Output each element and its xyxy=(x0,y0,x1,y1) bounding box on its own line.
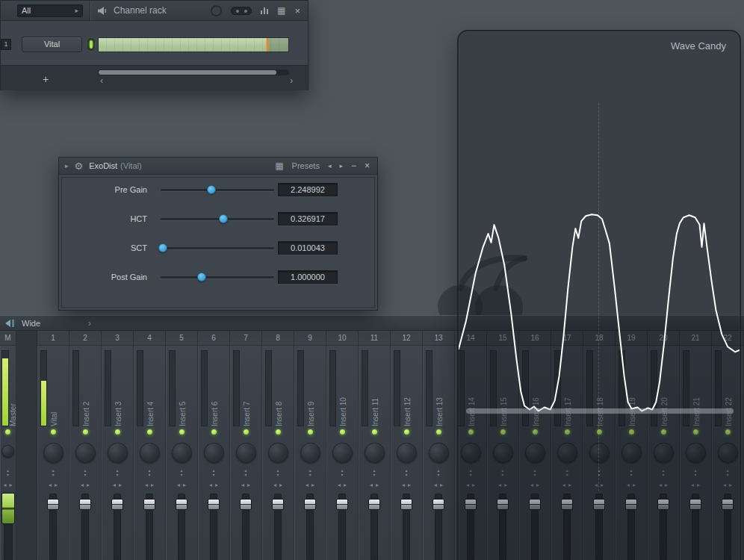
minimize-icon[interactable]: − xyxy=(351,161,356,171)
track-name[interactable]: Insert 9 xyxy=(307,349,317,426)
mute-led-icon[interactable] xyxy=(83,429,88,435)
stereo-arrows-icon[interactable]: ◂▸ xyxy=(359,482,390,488)
fader-handle[interactable] xyxy=(79,499,91,510)
channel-preview-bar[interactable] xyxy=(98,37,289,52)
stereo-arrows-icon[interactable]: ◂▸ xyxy=(230,482,261,488)
link-arrows-icon[interactable]: ▴▾ xyxy=(262,468,294,477)
fader-handle[interactable] xyxy=(433,499,444,510)
volume-fader[interactable] xyxy=(274,494,282,560)
stereo-arrows-icon[interactable]: ◂▸ xyxy=(262,482,294,488)
pan-knob[interactable] xyxy=(332,443,353,463)
link-arrows-icon[interactable]: ▴▾ xyxy=(102,468,133,477)
param-value[interactable]: 0.010043 xyxy=(278,241,338,255)
swing-knob-icon[interactable] xyxy=(211,5,222,16)
volume-fader[interactable] xyxy=(435,494,442,560)
add-channel-button[interactable]: + xyxy=(43,73,49,85)
volume-fader[interactable] xyxy=(306,494,314,560)
stereo-arrows-icon[interactable]: ◂▸ xyxy=(134,482,165,488)
mute-led-icon[interactable] xyxy=(404,429,409,435)
stereo-arrows-icon[interactable]: ◂▸ xyxy=(326,482,358,488)
pan-knob[interactable] xyxy=(365,443,385,463)
mute-led-icon[interactable] xyxy=(436,429,441,435)
midi-grid-icon[interactable]: ▦ xyxy=(275,161,283,170)
scrollbar-handle[interactable] xyxy=(99,70,276,75)
link-arrows-icon[interactable]: ▴▾ xyxy=(134,468,165,477)
stereo-arrows-icon[interactable]: ◂▸ xyxy=(0,482,16,488)
track-name[interactable]: Insert 13 xyxy=(435,349,446,426)
mute-led-icon[interactable] xyxy=(211,429,217,435)
pan-knob[interactable] xyxy=(75,443,96,463)
track-name[interactable]: Insert 7 xyxy=(243,349,253,426)
close-icon[interactable]: × xyxy=(365,161,370,171)
track-number[interactable]: 13 xyxy=(423,331,454,346)
mixer-track-1[interactable]: 1Vital▴▾◂▸ xyxy=(37,331,69,560)
mute-led-icon[interactable] xyxy=(115,429,120,435)
keyboard-editor-icon[interactable]: ▦ xyxy=(277,6,285,15)
pan-knob[interactable] xyxy=(236,443,256,463)
track-name[interactable]: Insert 11 xyxy=(371,349,382,426)
preset-next-icon[interactable]: ▸ xyxy=(339,162,343,169)
link-arrows-icon[interactable]: ▴▾ xyxy=(423,468,454,477)
pan-knob[interactable] xyxy=(300,443,320,463)
volume-fader[interactable] xyxy=(114,494,121,560)
channel-filter-select[interactable]: All ▸ xyxy=(17,4,83,17)
param-knob[interactable] xyxy=(158,243,167,252)
mixer-track-13[interactable]: 13Insert 13▴▾◂▸ xyxy=(423,331,455,560)
track-name[interactable]: Insert 5 xyxy=(179,349,189,426)
mixer-track-10[interactable]: 10Insert 10▴▾◂▸ xyxy=(326,331,359,560)
mixer-mode-label[interactable]: Wide xyxy=(22,319,40,328)
volume-fader[interactable] xyxy=(338,494,346,560)
fader-handle[interactable] xyxy=(240,499,252,510)
mute-led-icon[interactable] xyxy=(5,429,10,435)
mute-led-icon[interactable] xyxy=(372,429,377,435)
param-value[interactable]: 0.326917 xyxy=(278,212,338,225)
link-arrows-icon[interactable]: ▴▾ xyxy=(37,468,69,477)
track-number[interactable]: 11 xyxy=(359,331,390,346)
track-name[interactable]: Vital xyxy=(50,349,61,426)
mixer-track-M[interactable]: MMaster▴▾◂▸ xyxy=(0,331,16,560)
mute-led-icon[interactable] xyxy=(244,429,249,435)
fader-handle[interactable] xyxy=(368,499,380,510)
track-name[interactable]: Insert 12 xyxy=(403,349,414,426)
fader-handle[interactable] xyxy=(272,499,284,510)
param-knob[interactable] xyxy=(197,273,206,281)
param-slider[interactable] xyxy=(161,211,274,227)
mixer-track-7[interactable]: 7Insert 7▴▾◂▸ xyxy=(230,331,262,560)
stereo-arrows-icon[interactable]: ◂▸ xyxy=(423,482,454,488)
stereo-arrows-icon[interactable]: ◂▸ xyxy=(102,482,133,488)
close-icon[interactable]: × xyxy=(294,6,300,16)
track-number[interactable]: 5 xyxy=(166,331,197,346)
mute-led-icon[interactable] xyxy=(51,429,56,435)
preset-prev-icon[interactable]: ◂ xyxy=(328,162,332,169)
channel-group-number[interactable]: 1 xyxy=(1,39,11,50)
link-arrows-icon[interactable]: ▴▾ xyxy=(230,468,261,477)
fader-handle[interactable] xyxy=(47,499,59,510)
fader-handle[interactable] xyxy=(143,499,155,510)
led-display-icon[interactable] xyxy=(231,7,252,15)
link-arrows-icon[interactable]: ▴▾ xyxy=(294,468,326,477)
channel-button-vital[interactable]: Vital xyxy=(22,37,82,52)
fader-handle[interactable] xyxy=(304,499,316,510)
stereo-arrows-icon[interactable]: ◂▸ xyxy=(166,482,197,488)
presets-label[interactable]: Presets xyxy=(292,161,320,170)
param-slider[interactable] xyxy=(161,240,274,256)
wavecandy-scrollbar[interactable] xyxy=(466,408,734,414)
param-knob[interactable] xyxy=(219,214,228,223)
param-value[interactable]: 2.248992 xyxy=(278,183,338,196)
pan-knob[interactable] xyxy=(397,443,417,463)
stereo-arrows-icon[interactable]: ◂▸ xyxy=(391,482,422,488)
mixer-track-5[interactable]: 5Insert 5▴▾◂▸ xyxy=(166,331,198,560)
param-value[interactable]: 1.000000 xyxy=(278,270,338,284)
track-name[interactable]: Insert 8 xyxy=(275,349,285,426)
volume-fader[interactable] xyxy=(4,494,13,560)
link-arrows-icon[interactable]: ▴▾ xyxy=(359,468,390,477)
param-slider[interactable] xyxy=(161,269,274,285)
stereo-arrows-icon[interactable]: ◂▸ xyxy=(37,482,69,488)
pan-knob[interactable] xyxy=(268,443,288,463)
param-knob[interactable] xyxy=(207,185,216,194)
mute-led-icon[interactable] xyxy=(276,429,281,435)
mute-led-icon[interactable] xyxy=(308,429,313,435)
track-number[interactable]: 9 xyxy=(294,331,326,346)
fader-handle[interactable] xyxy=(336,499,348,510)
track-number[interactable]: 8 xyxy=(262,331,294,346)
